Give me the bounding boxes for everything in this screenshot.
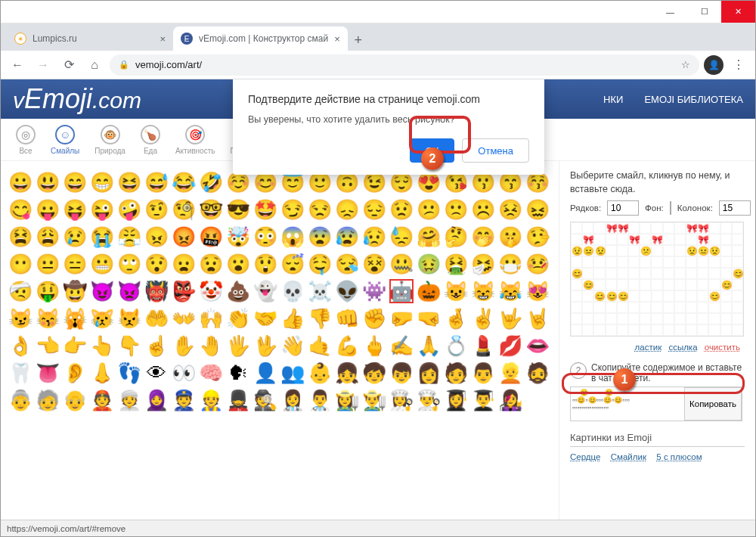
canvas-cell[interactable] [732,279,743,290]
emoji-cell[interactable]: 😋 [8,197,33,222]
canvas-cell[interactable] [651,302,662,313]
canvas-cell[interactable] [663,234,674,245]
canvas-cell[interactable] [593,268,605,279]
canvas-cell[interactable] [651,268,662,279]
canvas-cell[interactable] [651,324,662,336]
canvas-cell[interactable] [732,324,743,336]
canvas-cell[interactable] [640,222,651,234]
emoji-cell[interactable]: 💄 [471,334,495,358]
canvas-cell[interactable] [571,256,582,268]
canvas-cell[interactable] [606,268,617,279]
canvas-cell[interactable] [732,290,743,302]
canvas-cell[interactable] [571,302,582,313]
emoji-cell[interactable]: 👩‍🌾 [335,388,359,412]
emoji-cell[interactable]: 🤮 [444,252,468,276]
emoji-cell[interactable]: 😞 [335,197,359,222]
canvas-cell[interactable]: 🎀 [697,222,708,234]
canvas-cell[interactable] [720,313,732,324]
canvas-cell[interactable] [571,234,582,245]
canvas-cell[interactable] [640,268,651,279]
canvas-cell[interactable]: 🎀 [651,234,662,245]
canvas-cell[interactable]: 😐 [697,245,708,256]
category-Все[interactable]: ◎Все [16,125,36,155]
canvas-cell[interactable] [674,234,686,245]
canvas-cell[interactable] [686,302,697,313]
canvas-cell[interactable] [606,313,617,324]
emoji-cell[interactable]: 💂 [226,388,250,412]
emoji-cell[interactable]: 😻 [525,279,550,303]
bg-swatch[interactable] [670,201,671,215]
emoji-cell[interactable]: 🤨 [144,197,169,222]
back-button[interactable]: ← [7,54,28,76]
canvas-cell[interactable] [593,324,605,336]
canvas-cell[interactable] [708,256,720,268]
emoji-cell[interactable]: 👨‍🍳 [417,388,441,412]
canvas-cell[interactable] [571,313,582,324]
eraser-link[interactable]: ластик [635,343,662,352]
canvas-cell[interactable] [720,245,732,256]
emoji-cell[interactable]: 💍 [444,334,468,358]
emoji-cell[interactable]: 👷 [199,388,223,412]
emoji-cell[interactable]: 👵 [8,388,33,412]
emoji-cell[interactable]: 👲 [90,388,114,412]
dialog-cancel-button[interactable]: Отмена [462,138,529,163]
emoji-cell[interactable]: 😥 [362,225,386,249]
emoji-cell[interactable]: 🤡 [199,279,223,303]
canvas-cell[interactable] [628,245,640,256]
reload-button[interactable]: ⟳ [58,54,79,76]
pic-link[interactable]: Сердце [570,452,600,461]
canvas-cell[interactable] [571,290,582,302]
canvas-cell[interactable]: 🎀 [686,222,697,234]
emoji-cell[interactable]: 👩‍🎤 [498,388,522,412]
emoji-cell[interactable]: 👄 [525,334,550,358]
canvas-cell[interactable] [686,290,697,302]
emoji-cell[interactable]: 😧 [199,252,223,276]
window-max-button[interactable]: ☐ [687,1,721,23]
emoji-cell[interactable]: 🖐 [226,334,250,358]
copy-textarea[interactable]: ▫▫▫😊▫▫▫▫▫▫▫😊▫▫▫▫▫😊▫😊▫▫▫😊▫😊▫▫▫▫▫▫▫▫▫▫▫▫▫▫… [571,387,684,421]
emoji-cell[interactable]: 🤭 [471,225,495,249]
emoji-cell[interactable]: 😶 [8,252,33,276]
canvas-cell[interactable] [640,234,651,245]
emoji-cell[interactable]: 💩 [226,279,250,303]
emoji-cell[interactable]: 😼 [8,306,33,331]
emoji-cell[interactable]: 🕵️ [253,388,277,412]
emoji-cell[interactable]: 😟 [389,197,414,222]
canvas-cell[interactable] [640,256,651,268]
canvas-cell[interactable] [697,290,708,302]
canvas-cell[interactable] [697,279,708,290]
emoji-cell[interactable]: 🗣 [226,361,250,385]
emoji-cell[interactable]: 👣 [117,361,141,385]
canvas-cell[interactable]: 😊 [617,290,628,302]
emoji-cell[interactable]: 🎃 [417,279,441,303]
canvas-cell[interactable] [582,313,593,324]
canvas-cell[interactable] [732,234,743,245]
canvas-cell[interactable] [720,324,732,336]
canvas-cell[interactable] [663,313,674,324]
emoji-cell[interactable]: 😴 [280,252,305,276]
canvas-cell[interactable] [640,324,651,336]
emoji-cell[interactable]: 🧓 [36,388,60,412]
emoji-cell[interactable]: 🙏 [417,334,441,358]
emoji-cell[interactable]: 😏 [280,197,305,222]
canvas-cell[interactable] [708,324,720,336]
canvas-cell[interactable]: 🎀 [617,222,628,234]
emoji-cell[interactable]: 😣 [498,197,522,222]
emoji-cell[interactable]: 🤚 [199,334,223,358]
emoji-cell[interactable]: 💋 [498,334,522,358]
emoji-cell[interactable]: 🤘 [525,306,550,331]
canvas-cell[interactable] [674,256,686,268]
canvas-cell[interactable] [674,313,686,324]
canvas-cell[interactable]: 😊 [593,290,605,302]
emoji-cell[interactable]: 👃 [90,361,114,385]
emoji-cell[interactable]: 😛 [36,197,60,222]
emoji-cell[interactable]: 🤖 [389,279,414,303]
canvas-cell[interactable] [651,313,662,324]
emoji-cell[interactable]: 🙀 [63,306,87,331]
canvas-cell[interactable] [651,279,662,290]
emoji-cell[interactable]: 🤜 [417,306,441,331]
emoji-cell[interactable]: 👊 [335,306,359,331]
canvas-cell[interactable] [708,279,720,290]
canvas-cell[interactable] [708,313,720,324]
emoji-cell[interactable]: ✍️ [389,334,414,358]
